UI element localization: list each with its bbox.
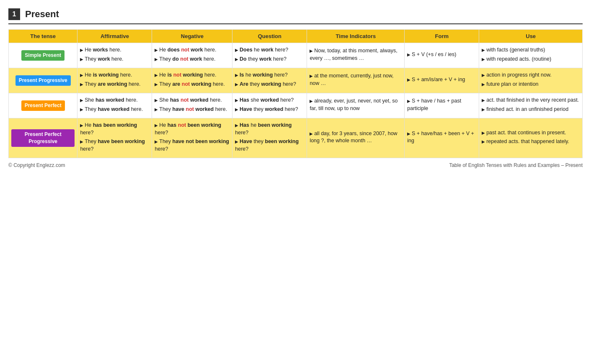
tense-cell-present-progressive: Present Progressive: [9, 68, 77, 93]
negative-cell-present-progressive: He is not working here.They are not work…: [152, 68, 232, 93]
affirmative-item: He works here.: [80, 46, 149, 54]
affirmative-cell-present-progressive: He is working here.They are working here…: [77, 68, 152, 93]
time-item: already, ever, just, never, not yet, so …: [310, 97, 402, 112]
tense-label-simple-present: Simple Present: [21, 50, 65, 61]
question-item: Has he been working here?: [235, 122, 304, 136]
affirmative-item: She has worked here.: [80, 97, 149, 104]
use-item: with facts (general truths): [482, 46, 580, 54]
question-cell-present-progressive: Is he working here?Are they working here…: [232, 68, 307, 93]
affirmative-cell-present-perfect: She has worked here.They have worked her…: [77, 93, 152, 118]
negative-item: They do not work here.: [155, 56, 230, 63]
time-cell-present-progressive: at the moment, currently, just now, now …: [307, 68, 405, 93]
form-cell-present-perfect: S + have / has + past participle: [405, 93, 479, 118]
col-header-tense: The tense: [9, 30, 77, 43]
affirmative-item: He is working here.: [80, 72, 149, 79]
question-item: Is he working here?: [235, 72, 304, 79]
time-cell-simple-present: Now, today, at this moment, always, ever…: [307, 43, 405, 68]
table-row: Present Perfect ProgressiveHe has been w…: [9, 118, 583, 158]
affirmative-cell-simple-present: He works here.They work here.: [77, 43, 152, 68]
use-item: repeated acts. that happened lately.: [482, 138, 580, 146]
form-item: S + have / has + past participle: [407, 97, 476, 112]
negative-item: He has not been working here?: [155, 122, 230, 136]
affirmative-item: They work here.: [80, 56, 149, 63]
col-header-question: Question: [232, 30, 307, 43]
question-item: Have they worked here?: [235, 106, 304, 113]
use-item: with repeated acts. (routine): [482, 56, 580, 63]
copyright-text: © Copyright Englezz.com: [8, 162, 65, 168]
page-header: 1 Present: [8, 8, 583, 24]
tense-cell-simple-present: Simple Present: [9, 43, 77, 68]
use-item: action in progress right now.: [482, 72, 580, 79]
negative-item: They have not worked here.: [155, 106, 230, 113]
tense-label-present-progressive: Present Progressive: [15, 75, 71, 86]
affirmative-item: They have been working here?: [80, 138, 149, 153]
question-item: Does he work here?: [235, 46, 304, 54]
col-header-negative: Negative: [152, 30, 232, 43]
affirmative-item: They have worked here.: [80, 106, 149, 113]
tense-cell-present-perfect-progressive: Present Perfect Progressive: [9, 118, 77, 158]
affirmative-item: They are working here.: [80, 81, 149, 88]
col-header-affirmative: Affirmative: [77, 30, 152, 43]
table-row: Present ProgressiveHe is working here.Th…: [9, 68, 583, 93]
question-cell-present-perfect-progressive: Has he been working here?Have they been …: [232, 118, 307, 158]
use-item: past act. that continues in present.: [482, 129, 580, 137]
form-item: S + am/is/are + V + ing: [407, 76, 476, 84]
question-cell-simple-present: Does he work here?Do they work here?: [232, 43, 307, 68]
use-item: act. that finished in the very recent pa…: [482, 97, 580, 104]
use-item: future plan or intention: [482, 81, 580, 88]
page-title: Present: [25, 9, 59, 20]
use-cell-present-perfect-progressive: past act. that continues in present.repe…: [479, 118, 583, 158]
question-item: Has she worked here?: [235, 97, 304, 104]
use-cell-simple-present: with facts (general truths)with repeated…: [479, 43, 583, 68]
affirmative-cell-present-perfect-progressive: He has been working here?They have been …: [77, 118, 152, 158]
page-footer: © Copyright Englezz.com Table of English…: [8, 162, 583, 168]
use-cell-present-perfect: act. that finished in the very recent pa…: [479, 93, 583, 118]
negative-item: He is not working here.: [155, 72, 230, 79]
form-item: S + V (+s / es / ies): [407, 51, 476, 59]
section-number: 1: [8, 8, 20, 20]
tense-cell-present-perfect: Present Perfect: [9, 93, 77, 118]
question-item: Do they work here?: [235, 56, 304, 63]
time-cell-present-perfect: already, ever, just, never, not yet, so …: [307, 93, 405, 118]
tenses-table: The tense Affirmative Negative Question …: [8, 29, 583, 158]
time-item: all day, for 3 years, since 2007, how lo…: [310, 130, 402, 145]
form-cell-present-perfect-progressive: S + have/has + been + V + ing: [405, 118, 479, 158]
tense-label-present-perfect: Present Perfect: [21, 100, 65, 111]
negative-item: She has not worked here.: [155, 97, 230, 104]
col-header-use: Use: [479, 30, 583, 43]
use-item: finished act. in an unfinished period: [482, 106, 580, 113]
table-row: Simple PresentHe works here.They work he…: [9, 43, 583, 68]
col-header-form: Form: [405, 30, 479, 43]
time-cell-present-perfect-progressive: all day, for 3 years, since 2007, how lo…: [307, 118, 405, 158]
affirmative-item: He has been working here?: [80, 122, 149, 136]
form-cell-present-progressive: S + am/is/are + V + ing: [405, 68, 479, 93]
caption-text: Table of English Tenses with Rules and E…: [449, 162, 583, 168]
negative-cell-present-perfect: She has not worked here.They have not wo…: [152, 93, 232, 118]
use-cell-present-progressive: action in progress right now.future plan…: [479, 68, 583, 93]
form-cell-simple-present: S + V (+s / es / ies): [405, 43, 479, 68]
negative-cell-present-perfect-progressive: He has not been working here?They have n…: [152, 118, 232, 158]
table-header-row: The tense Affirmative Negative Question …: [9, 30, 583, 43]
tense-label-present-perfect-progressive: Present Perfect Progressive: [11, 129, 75, 147]
negative-item: They are not working here.: [155, 81, 230, 88]
question-item: Are they working here?: [235, 81, 304, 88]
question-item: Have they been working here?: [235, 138, 304, 153]
table-row: Present PerfectShe has worked here.They …: [9, 93, 583, 118]
negative-cell-simple-present: He does not work here.They do not work h…: [152, 43, 232, 68]
col-header-time: Time Indicators: [307, 30, 405, 43]
question-cell-present-perfect: Has she worked here?Have they worked her…: [232, 93, 307, 118]
negative-item: He does not work here.: [155, 46, 230, 54]
time-item: Now, today, at this moment, always, ever…: [310, 47, 402, 62]
negative-item: They have not been working here?: [155, 138, 230, 153]
form-item: S + have/has + been + V + ing: [407, 130, 476, 145]
time-item: at the moment, currently, just now, now …: [310, 72, 402, 87]
